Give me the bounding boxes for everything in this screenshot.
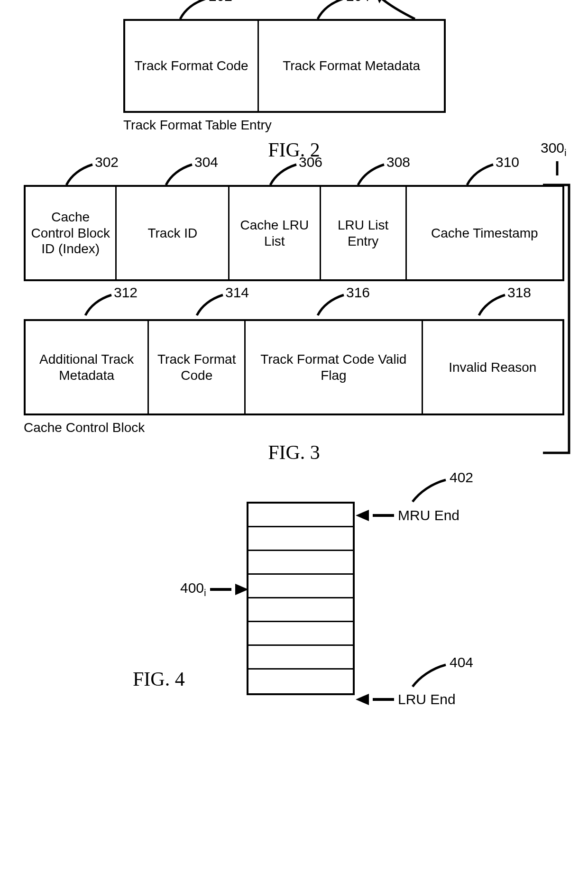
stack-slot: [248, 575, 353, 598]
fig2-caption: Track Format Table Entry: [123, 118, 446, 133]
fig3-row1: Cache Control Block ID (Index) Track ID …: [24, 185, 564, 281]
stack-slot: [248, 504, 353, 527]
stack-slot: [248, 670, 353, 693]
cell-invalid-reason: Invalid Reason: [423, 321, 562, 413]
fig3-title: FIG. 3: [9, 441, 579, 464]
arrow-left-icon: [356, 694, 369, 705]
ref-sub: i: [204, 587, 206, 598]
stack-slot: [248, 622, 353, 646]
lead-num: 204: [346, 0, 370, 4]
cell-cache-timestamp: Cache Timestamp: [407, 187, 562, 279]
lead-num: 402: [450, 469, 473, 486]
ref-400i: 400i: [180, 580, 248, 598]
cell-cache-control-block-id: Cache Control Block ID (Index): [26, 187, 117, 279]
stack-slot: [248, 598, 353, 622]
fig4-title: FIG. 4: [133, 668, 185, 690]
ref-402: 402: [398, 473, 503, 506]
label-text: MRU End: [398, 507, 459, 524]
fig3-leads-r1: 302 304 306 308 310: [24, 159, 564, 187]
cell-track-format-code: Track Format Code: [149, 321, 246, 413]
svg-marker-0: [375, 0, 385, 3]
cell-additional-track-metadata: Additional Track Metadata: [26, 321, 149, 413]
fig3-row2: Additional Track Metadata Track Format C…: [24, 319, 564, 415]
fig4: 402 404 MRU End LRU End 400i FIG. 4: [24, 487, 564, 725]
cell-cache-lru-list: Cache LRU List: [230, 187, 321, 279]
mru-end-label: MRU End: [356, 507, 459, 524]
cell-track-format-code: Track Format Code: [125, 21, 259, 111]
fig2-leads: 202 204: [123, 0, 446, 21]
label-text: LRU End: [398, 691, 456, 707]
fig2: 200i 202 204 Track Format Code Track For…: [123, 19, 446, 133]
fig2-row: Track Format Code Track Format Metadata: [123, 19, 446, 113]
cell-track-format-metadata: Track Format Metadata: [259, 21, 444, 111]
lead-num: 404: [450, 654, 473, 671]
fig2-title: FIG. 2: [9, 138, 579, 161]
fig3-caption: Cache Control Block: [24, 420, 564, 435]
fig3: 300i 302 304 306 308 310 Cache Control B…: [24, 185, 564, 435]
arrow-left-icon: [356, 510, 369, 521]
ref-num: 400: [180, 580, 204, 596]
lru-end-label: LRU End: [356, 691, 456, 707]
stack-slot: [248, 551, 353, 575]
stack-slot: [248, 527, 353, 551]
lead-num: 202: [209, 0, 232, 4]
stack-slot: [248, 646, 353, 670]
cell-lru-list-entry: LRU List Entry: [321, 187, 407, 279]
cell-track-id: Track ID: [117, 187, 230, 279]
lru-stack: [247, 502, 355, 695]
cell-track-format-code-valid-flag: Track Format Code Valid Flag: [246, 321, 423, 413]
ref-404: 404: [398, 658, 503, 691]
